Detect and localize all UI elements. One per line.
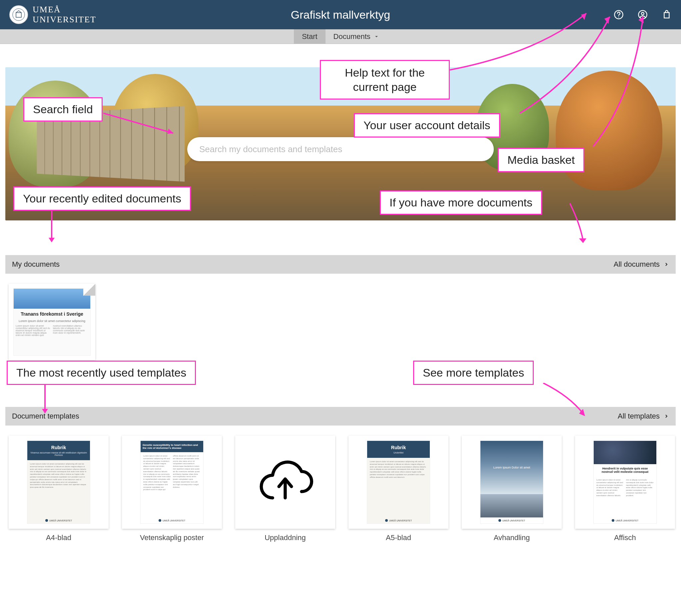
template-heading: Hendrerit in vulputate quis esse nostrud… [594,464,656,476]
nav-start-label: Start [302,32,317,41]
templates-bar: Document templates All templates [5,407,676,426]
university-seal-icon [9,5,28,24]
brand-line-1: UMEÅ [33,5,96,15]
template-heading: Rubrik [391,445,406,450]
all-templates-label: All templates [618,412,660,421]
callout-recent-docs: Your recently edited documents [13,186,191,211]
callout-more-docs: If you have more documents [380,190,542,215]
template-preview: RubrikVivamus accumsan massa sit elit ve… [27,440,90,524]
brand-logo: UMEÅ UNIVERSITET [9,5,96,25]
callout-account: Your user account details [354,113,500,137]
document-preview: Tranans förekomst i Sverige Lorem ipsum … [13,288,91,356]
document-card[interactable]: Tranans förekomst i Sverige Lorem ipsum … [9,284,95,360]
my-documents-row: Tranans förekomst i Sverige Lorem ipsum … [0,274,681,370]
basket-icon[interactable] [662,10,672,20]
svg-marker-13 [49,238,55,242]
chevron-right-icon [664,413,669,419]
template-card[interactable]: Lorem Ipsum Dolor sit amet UMEÅ UNIVERSI… [462,435,562,529]
template-item: Uppladdning [235,435,335,542]
templates-row: RubrikVivamus accumsan massa sit elit ve… [0,426,681,552]
chevron-right-icon [664,262,669,267]
document-title: Tranans förekomst i Sverige [14,309,90,319]
callout-recent-templates: The most recently used templates [7,360,196,385]
nav-documents-label: Documents [333,32,371,41]
template-label: Uppladdning [264,533,306,542]
decorative-tree [556,71,662,190]
svg-rect-1 [16,12,21,17]
template-heading: Lorem Ipsum Dolor sit amet [480,441,543,494]
my-documents-title: My documents [12,260,60,269]
brand-line-2: UNIVERSITET [33,15,96,25]
app-title: Grafiskt mallverktyg [291,8,390,21]
template-preview: Lorem Ipsum Dolor sit amet UMEÅ UNIVERSI… [480,440,544,524]
callout-search-field: Search field [23,97,103,122]
template-card[interactable]: Genetic susceptibility to heart infectio… [122,435,222,529]
template-heading: Genetic susceptibility to heart infectio… [143,444,198,450]
template-preview: RubrikUndertitel Lorem ipsum dolor sit a… [367,440,430,524]
template-label: A5-blad [386,533,411,542]
search-input[interactable] [199,144,482,155]
template-item: RubrikVivamus accumsan massa sit elit ve… [9,435,109,542]
template-card[interactable]: RubrikUndertitel Lorem ipsum dolor sit a… [349,435,449,529]
help-icon[interactable] [614,10,624,20]
svg-point-5 [641,12,644,15]
all-templates-link[interactable]: All templates [618,412,669,421]
all-documents-label: All documents [614,260,660,269]
template-label: A4-blad [46,533,71,542]
all-documents-link[interactable]: All documents [614,260,669,269]
template-item: Genetic susceptibility to heart infectio… [122,435,222,542]
template-item: Lorem Ipsum Dolor sit amet UMEÅ UNIVERSI… [462,435,562,542]
main-nav: Start Documents [0,29,681,44]
document-body-preview: Lorem ipsum dolor sit amet consectetur a… [14,323,90,355]
template-preview: Hendrerit in vulputate quis esse nostrud… [594,440,657,524]
nav-documents[interactable]: Documents [326,29,387,44]
template-card[interactable] [235,435,335,529]
svg-marker-14 [579,238,586,243]
template-label: Affisch [614,533,636,542]
template-card[interactable]: Hendrerit in vulputate quis esse nostrud… [575,435,675,529]
my-documents-bar: My documents All documents [5,255,676,274]
document-thumbnail-image [14,289,90,309]
callout-more-templates: See more templates [413,360,534,385]
callout-help-text: Help text for the current page [320,60,450,100]
account-icon[interactable] [638,10,648,20]
nav-start[interactable]: Start [294,29,325,44]
chevron-down-icon [374,34,379,39]
template-card[interactable]: RubrikVivamus accumsan massa sit elit ve… [9,435,109,529]
template-item: RubrikUndertitel Lorem ipsum dolor sit a… [349,435,449,542]
template-item: Hendrerit in vulputate quis esse nostrud… [575,435,675,542]
upload-icon [252,449,319,515]
app-header: UMEÅ UNIVERSITET Grafiskt mallverktyg [0,0,681,29]
template-heading: Rubrik [51,445,66,450]
template-preview: Genetic susceptibility to heart infectio… [140,440,204,524]
template-label: Avhandling [494,533,530,542]
template-label: Vetenskaplig poster [140,533,204,542]
document-subtitle: Lorem ipsum dolor sit amet consectetur a… [14,319,90,323]
templates-title: Document templates [12,412,79,421]
svg-point-3 [619,17,620,18]
callout-basket: Media basket [498,148,584,172]
search-pill[interactable] [187,137,494,161]
